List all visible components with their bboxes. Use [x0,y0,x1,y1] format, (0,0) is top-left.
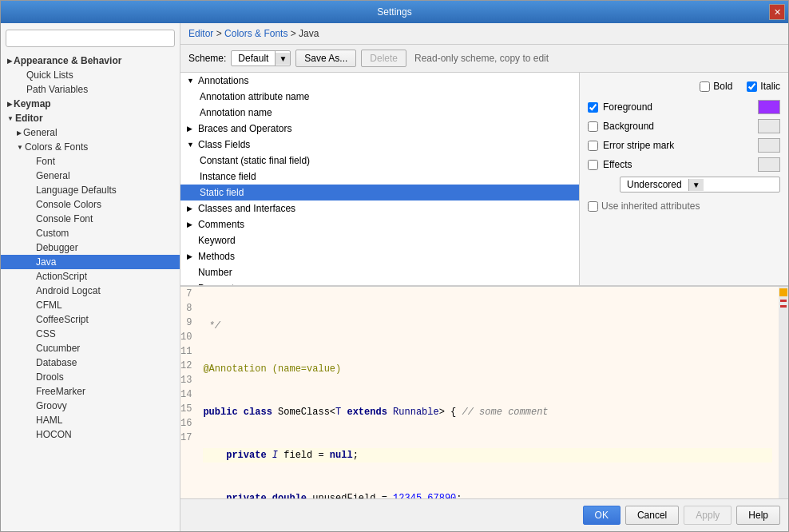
error-stripe-checkbox[interactable] [588,141,598,151]
ok-button[interactable]: OK [583,506,620,525]
tree-item-static-field[interactable]: Static field [180,185,579,200]
sidebar-item-label: Colors & Fonts [25,141,88,153]
expand-icon: ▼ [17,144,23,151]
cancel-button[interactable]: Cancel [625,506,679,525]
sidebar-item-appearance[interactable]: ▶ Appearance & Behavior [1,54,180,68]
use-inherited-row: Use inherited attributes [588,200,780,212]
tree-item-keyword[interactable]: ▶ Keyword [180,232,579,248]
error-stripe-color-box[interactable] [758,138,780,153]
background-color-box[interactable] [758,119,780,133]
sidebar-item-console-font[interactable]: Console Font [1,212,180,226]
scheme-bar: Scheme: Default ▼ Save As... Delete Read… [180,45,788,73]
sidebar-item-css[interactable]: CSS [1,327,180,341]
tree-item-class-fields[interactable]: ▼ Class Fields [180,137,579,153]
bold-checkbox-label[interactable]: Bold [700,81,732,92]
sidebar-item-console-colors[interactable]: Console Colors [1,197,180,212]
sidebar-item-hocon[interactable]: HOCON [1,427,180,442]
code-preview-section: 7 8 9 10 11 12 13 14 15 16 17 */ [180,285,788,498]
sidebar-item-groovy[interactable]: Groovy [1,399,180,413]
sidebar-item-general2[interactable]: General [1,169,180,183]
sidebar-item-cfml[interactable]: CFML [1,298,180,312]
search-input[interactable] [6,30,175,47]
tree-item-label: Comments [198,219,244,230]
tree-item-label: Annotation attribute name [200,91,309,102]
sidebar-item-haml[interactable]: HAML [1,413,180,427]
sidebar-item-label: General [23,127,57,138]
tree-toggle-icon: ▶ [187,252,195,260]
code-preview: 7 8 9 10 11 12 13 14 15 16 17 */ [180,286,788,498]
sidebar-item-label: Appearance & Behavior [14,55,121,66]
sidebar-item-java[interactable]: Java [1,255,180,269]
tree-item-annotation-attr[interactable]: Annotation attribute name [180,89,579,105]
sidebar-item-language-defaults[interactable]: Language Defaults [1,183,180,197]
scheme-dropdown-arrow[interactable]: ▼ [276,53,290,65]
sidebar-item-keymap[interactable]: ▶ Keymap [1,97,180,111]
tree-item-comments[interactable]: ▶ Comments [180,216,579,232]
sidebar-item-quick-lists[interactable]: Quick Lists [1,68,180,82]
window-title: Settings [377,6,411,18]
sidebar-item-database[interactable]: Database [1,355,180,370]
effects-checkbox[interactable] [588,160,598,170]
breadcrumb-java: Java [299,28,319,39]
use-inherited-checkbox[interactable] [588,201,598,212]
bold-checkbox[interactable] [700,81,710,92]
help-button[interactable]: Help [736,506,780,525]
title-bar: Settings ✕ [1,1,788,23]
breadcrumb: Editor > Colors & Fonts > Java [180,23,788,45]
tree-toggle-icon: ▶ [187,125,195,133]
tree-item-label: Braces and Operators [198,123,291,134]
close-button[interactable]: ✕ [769,4,785,20]
window-controls: ✕ [769,4,785,20]
tree-item-annotations[interactable]: ▼ Annotations [180,73,579,89]
tree-item-braces[interactable]: ▶ Braces and Operators [180,121,579,137]
main-content: Editor > Colors & Fonts > Java Scheme: D… [180,23,788,531]
effects-dropdown-arrow[interactable]: ▼ [688,179,704,191]
tree-item-annotation-name[interactable]: Annotation name [180,105,579,121]
sidebar-item-actionscript[interactable]: ActionScript [1,269,180,284]
tree-item-number[interactable]: ▶ Number [180,264,579,280]
tree-item-constant[interactable]: Constant (static final field) [180,153,579,169]
foreground-label: Foreground [603,101,753,113]
sidebar-item-general[interactable]: ▶ General [1,125,180,140]
scheme-selector[interactable]: Default ▼ [231,50,291,66]
tree-item-methods[interactable]: ▶ Methods [180,248,579,264]
sidebar: ▶ Appearance & Behavior Quick Lists Path… [1,23,180,531]
scroll-marker-red2 [780,305,787,308]
line-numbers: 7 8 9 10 11 12 13 14 15 16 17 [180,287,196,498]
error-stripe-label: Error stripe mark [603,140,753,151]
delete-button[interactable]: Delete [361,50,406,67]
italic-checkbox-label[interactable]: Italic [747,81,780,92]
sidebar-item-custom[interactable]: Custom [1,226,180,240]
code-lines: */ @Annotation (name=value) public class… [196,287,779,498]
foreground-checkbox[interactable] [588,102,598,113]
sidebar-item-coffeescript[interactable]: CoffeeScript [1,312,180,327]
tree-item-label: Keyword [198,235,236,246]
sidebar-item-freemarker[interactable]: FreeMarker [1,384,180,399]
scheme-label: Scheme: [188,53,226,64]
effects-dropdown[interactable]: Underscored ▼ [620,177,780,193]
breadcrumb-colors-fonts[interactable]: Colors & Fonts [224,28,287,39]
effects-label: Effects [603,159,753,170]
foreground-color-box[interactable] [758,100,780,114]
background-checkbox[interactable] [588,121,598,132]
code-line-10: private I field = null; [203,448,772,463]
sidebar-item-drools[interactable]: Drools [1,370,180,384]
sidebar-item-cucumber[interactable]: Cucumber [1,341,180,355]
apply-button[interactable]: Apply [684,506,732,525]
sidebar-item-android-logcat[interactable]: Android Logcat [1,284,180,298]
tree-item-instance-field[interactable]: Instance field [180,169,579,185]
save-as-button[interactable]: Save As... [295,50,356,67]
sidebar-item-font[interactable]: Font [1,154,180,169]
sidebar-item-debugger[interactable]: Debugger [1,240,180,255]
scroll-indicator[interactable] [779,287,788,498]
scroll-marker-orange [779,288,787,296]
sidebar-item-editor[interactable]: ▼ Editor [1,111,180,125]
effects-color-box[interactable] [758,157,780,172]
breadcrumb-editor[interactable]: Editor [188,28,213,39]
italic-checkbox[interactable] [747,81,757,92]
sidebar-item-path-variables[interactable]: Path Variables [1,82,180,97]
properties-pane: Bold Italic Foreground [580,73,788,285]
tree-item-label: Classes and Interfaces [198,203,295,214]
sidebar-item-colors-fonts[interactable]: ▼ Colors & Fonts [1,140,180,154]
tree-item-classes[interactable]: ▶ Classes and Interfaces [180,200,579,216]
